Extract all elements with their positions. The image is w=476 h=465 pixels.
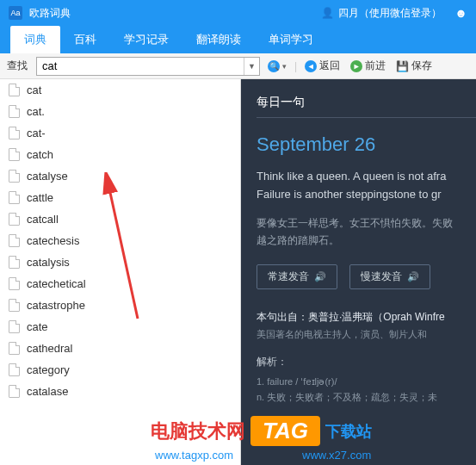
search-icon: 🔍 [268, 60, 280, 72]
user-name[interactable]: 四月 [338, 6, 359, 21]
suggestion-word: cate [27, 320, 48, 333]
app-title: 欧路词典 [29, 6, 71, 21]
file-icon [9, 256, 20, 269]
suggestion-item[interactable]: catalyse [0, 165, 240, 187]
file-icon [9, 191, 20, 204]
suggestion-item[interactable]: catalase [0, 381, 240, 402]
suggestion-item[interactable]: cattle [0, 187, 240, 208]
file-icon [9, 213, 20, 226]
tab-bar: 词典 百科 学习记录 翻译朗读 单词学习 [0, 26, 476, 53]
normal-speed-audio-button[interactable]: 常速发音🔊 [257, 264, 337, 289]
file-icon [9, 299, 20, 312]
suggestion-word: catastrophe [27, 299, 85, 312]
suggestion-word: catalysis [27, 256, 70, 269]
watermark-url1: www.tagxp.com [155, 449, 233, 462]
file-icon [9, 385, 20, 398]
suggestion-word: cat [27, 84, 41, 96]
analysis-label: 解析： [257, 355, 476, 369]
suggestion-word: catechesis [27, 234, 79, 247]
suggestion-item[interactable]: cat [0, 79, 240, 101]
suggestion-word: catch [27, 148, 53, 161]
sound-icon: 🔊 [407, 271, 419, 282]
file-icon [9, 105, 20, 118]
watermark-text: 电脑技术网 [151, 418, 245, 444]
suggestion-word: catcall [27, 213, 59, 226]
search-box: ▼ [36, 57, 260, 76]
back-button[interactable]: ◄返回 [302, 59, 343, 73]
toolbar: 查找 ▼ 🔍▾ | ◄返回 ►前进 💾保存 [0, 53, 476, 79]
daily-sentence-title: 每日一句 [257, 95, 476, 118]
suggestion-item[interactable]: catalysis [0, 251, 240, 273]
watermark-url2: www.x27.com [302, 449, 371, 462]
suggestion-item[interactable]: catastrophe [0, 294, 240, 316]
suggestion-item[interactable]: category [0, 359, 240, 381]
suggestion-item[interactable]: cate [0, 316, 240, 338]
file-icon [9, 363, 20, 376]
suggestion-word: catechetical [27, 277, 86, 290]
file-icon [9, 277, 20, 290]
file-icon [9, 320, 20, 333]
tab-wiki[interactable]: 百科 [60, 26, 110, 53]
source-description: 美国著名的电视主持人，演员、制片人和 [257, 328, 476, 341]
suggestion-item[interactable]: cat. [0, 101, 240, 122]
tab-word-study[interactable]: 单词学习 [255, 26, 327, 53]
suggestion-word: category [27, 363, 70, 376]
suggestion-item[interactable]: cathedral [0, 338, 240, 359]
forward-button[interactable]: ►前进 [348, 59, 388, 73]
forward-icon: ► [350, 60, 362, 72]
analysis-text: 1. failure / ˈfeɪljə(r)/ n. 失败；失败者；不及格；疏… [257, 375, 476, 405]
daily-date: September 26 [257, 133, 476, 156]
search-label: 查找 [7, 59, 28, 73]
file-icon [9, 127, 20, 140]
separator: | [294, 60, 297, 72]
watermark: 电脑技术网 TAG 下载站 [151, 416, 372, 446]
file-icon [9, 170, 20, 183]
watermark-urls: www.tagxp.com www.x27.com [155, 449, 371, 462]
file-icon [9, 148, 20, 161]
back-icon: ◄ [305, 60, 317, 72]
file-icon [9, 234, 20, 247]
suggestion-word: cat- [27, 127, 46, 140]
save-icon: 💾 [396, 60, 409, 72]
save-button[interactable]: 💾保存 [393, 59, 435, 73]
slow-speed-audio-button[interactable]: 慢速发音🔊 [349, 264, 430, 289]
tab-translate-read[interactable]: 翻译朗读 [182, 26, 255, 53]
tab-study-record[interactable]: 学习记录 [110, 26, 182, 53]
suggestion-word: cattle [27, 191, 53, 204]
quote-english: Think like a queen. A queen is not afra … [257, 168, 476, 204]
suggestion-word: catalyse [27, 170, 68, 183]
search-button[interactable]: 🔍▾ [265, 60, 289, 72]
search-dropdown-icon[interactable]: ▼ [244, 58, 259, 75]
suggestion-word: cathedral [27, 342, 72, 355]
suggestion-word: cat. [27, 105, 45, 118]
watermark-tag: TAG [250, 416, 320, 446]
suggestion-item[interactable]: catch [0, 144, 240, 165]
user-icon: 👤 [321, 7, 334, 19]
suggestion-item[interactable]: catechesis [0, 230, 240, 251]
content-panel: 每日一句 September 26 Think like a queen. A … [241, 79, 476, 465]
app-logo-icon: Aa [9, 6, 22, 20]
suggestion-item[interactable]: cat- [0, 122, 240, 144]
source-label: 本句出自：奥普拉·温弗瑞（Oprah Winfre [257, 310, 476, 325]
login-info: （使用微信登录） [359, 6, 442, 21]
file-icon [9, 84, 20, 96]
quote-chinese: 要像女王一样思考。女王不惧怕失败。失败 越之路的踏脚石。 [257, 214, 476, 250]
tab-dictionary[interactable]: 词典 [10, 26, 60, 53]
suggestion-word: catalase [27, 385, 68, 398]
suggestion-item[interactable]: catcall [0, 208, 240, 230]
suggestion-item[interactable]: catechetical [0, 273, 240, 294]
search-input[interactable] [37, 58, 244, 75]
file-icon [9, 342, 20, 355]
suggestion-list[interactable]: catcat.cat-catchcatalysecattlecatcallcat… [0, 79, 241, 465]
smiley-icon[interactable]: ☻ [454, 6, 467, 20]
watermark-text2: 下载站 [325, 421, 372, 442]
sound-icon: 🔊 [314, 271, 326, 282]
